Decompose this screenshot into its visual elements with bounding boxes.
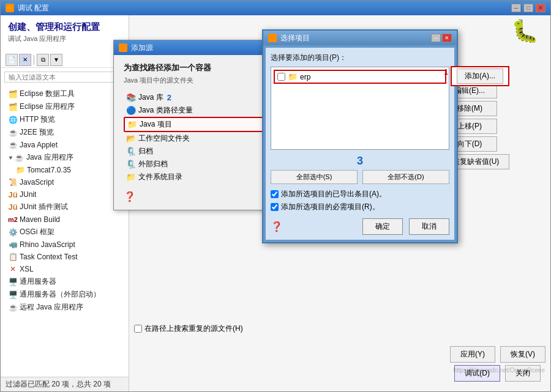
source-num-2: 2: [167, 93, 171, 102]
filter-input[interactable]: [4, 72, 125, 83]
java-lib-label: Java 库: [138, 92, 163, 103]
tree-item-j2ee[interactable]: ☕ J2EE 预览: [1, 126, 129, 139]
search-duplicate-check[interactable]: [134, 325, 142, 333]
select-dialog-body: 选择要添加的项目(P)： 📁 erp 3 全部选中(S) 全部不选(D) 添加所…: [266, 48, 454, 240]
search-duplicate-label: 在路径上搜索重复的源文件(H): [144, 324, 243, 334]
osgi-icon: ⚙️: [8, 227, 18, 237]
filter-button[interactable]: ▼: [50, 54, 62, 66]
tree-item-label: 通用服务器: [20, 276, 56, 287]
expand-arrow: ▼: [8, 155, 13, 161]
java-cp-icon: 🔵: [126, 106, 136, 115]
tree-item-task-context[interactable]: 📋 Task Context Test: [1, 251, 129, 263]
select-minimize-btn[interactable]: ─: [431, 34, 441, 42]
erp-folder-icon: 📁: [288, 72, 298, 81]
filesystem-dir-icon: 📁: [126, 172, 136, 182]
tree-item-label: JUnit: [20, 190, 36, 199]
tree-item-rhino[interactable]: 🦏 Rhino JavaScript: [1, 239, 129, 251]
tree-item-label: Tomcat7.0.35: [27, 166, 71, 174]
tree-item-label: HTTP 预览: [20, 114, 55, 125]
select-item-erp[interactable]: 📁 erp: [274, 70, 446, 84]
java-lib-icon: 📚: [126, 93, 136, 102]
eclipse-app-icon: 🗂️: [8, 102, 18, 112]
select-project-title-left: 选择项目: [268, 33, 310, 43]
tree-item-label: Task Context Test: [20, 253, 78, 261]
java-project-label: Java 项目: [140, 119, 172, 130]
tree-item-junit-plugin[interactable]: Jü JUnit 插件测试: [1, 201, 129, 213]
tree-item-eclipse-app[interactable]: 🗂️ Eclipse 应用程序: [1, 100, 129, 113]
delete-button[interactable]: ✕: [19, 54, 31, 66]
new-button[interactable]: 📄: [6, 54, 18, 66]
tree-item-maven[interactable]: m2 Maven Build: [1, 213, 129, 226]
confirm-button[interactable]: 确定: [362, 218, 403, 235]
toolbar: 📄 ✕ ⧉ ▼: [1, 52, 129, 68]
add-exported-label: 添加所选项目的已导出条目(A)。: [281, 189, 386, 199]
tree-item-general-server[interactable]: 🖥️ 通用服务器: [1, 275, 129, 288]
select-close-btn[interactable]: ✕: [442, 34, 452, 42]
select-dialog-controls: ─ ✕: [431, 34, 452, 42]
tree-item-label: XSL: [20, 265, 34, 273]
j2ee-icon: ☕: [8, 128, 18, 138]
tree-item-label: Java 应用程序: [26, 152, 73, 163]
tree-item-junit[interactable]: Jü JUnit: [1, 188, 129, 201]
select-all-button[interactable]: 全部选中(S): [271, 170, 358, 184]
duplicate-button[interactable]: ⧉: [37, 54, 49, 66]
app-icon: 🔶: [6, 4, 14, 12]
tree-item-java-app[interactable]: ▼ ☕ Java 应用程序: [1, 151, 129, 164]
toolbar-sep1: [34, 55, 34, 65]
tree-item-java-applet[interactable]: ☕ Java Applet: [1, 139, 129, 151]
tree-area: 🗂️ Eclipse 数据工具 🗂️ Eclipse 应用程序 🌐 HTTP 预…: [1, 86, 129, 377]
maximize-button[interactable]: □: [523, 4, 533, 12]
erp-label: erp: [300, 73, 310, 81]
general-server-ext-icon: 🖥️: [8, 290, 18, 300]
remote-java-icon: ☕: [8, 303, 18, 312]
tree-item-general-server-ext[interactable]: 🖥️ 通用服务器（外部启动）: [1, 288, 129, 301]
select-project-title-text: 选择项目: [280, 33, 310, 43]
cancel-button[interactable]: 取消: [409, 218, 449, 235]
restore-button[interactable]: 恢复(V): [500, 346, 545, 363]
add-necessary-row: 添加所选项目的必需项目(R)。: [271, 202, 449, 212]
add-source-title-text: 添加源: [131, 43, 153, 53]
num-label-1-area: 添加(A)...: [451, 66, 509, 86]
left-title: 创建、管理和运行配置: [8, 21, 121, 33]
apply-button[interactable]: 应用(Y): [450, 346, 495, 363]
javascript-icon: 📜: [8, 177, 18, 187]
workspace-folder-label: 工作空间文件夹: [138, 133, 190, 144]
tree-item-remote-java[interactable]: ☕ 远程 Java 应用程序: [1, 301, 129, 314]
tomcat-icon: 📁: [15, 165, 25, 175]
tree-item-tomcat[interactable]: 📁 Tomcat7.0.35: [1, 164, 129, 176]
tree-item-osgi[interactable]: ⚙️ OSGi 框架: [1, 226, 129, 239]
tree-item-http[interactable]: 🌐 HTTP 预览: [1, 113, 129, 126]
junit-plugin-icon: Jü: [8, 202, 18, 212]
add-action-button[interactable]: 添加(A)...: [457, 68, 503, 84]
archive-icon: 🗜️: [126, 147, 136, 156]
bottom-buttons: 应用(Y) 恢复(V): [134, 341, 545, 363]
status-text: 过滤器已匹配 20 项，总共 20 项: [6, 380, 111, 388]
close-button[interactable]: ✕: [536, 4, 545, 12]
tree-item-label: J2EE 预览: [20, 127, 54, 138]
select-project-icon: [268, 34, 277, 42]
dialog-title-left: 添加源: [119, 43, 153, 53]
select-btn-row: 全部选中(S) 全部不选(D): [271, 170, 449, 184]
minimize-button[interactable]: ─: [511, 4, 521, 12]
watermark: https://blog.csdn.net/OrangQceee: [453, 367, 545, 374]
num-badge-3: 3: [271, 155, 449, 168]
add-exported-check[interactable]: [271, 190, 279, 198]
tree-item-label: OSGi 框架: [20, 227, 54, 237]
title-bar-controls: ─ □ ✕: [511, 4, 545, 12]
task-context-icon: 📋: [8, 252, 18, 262]
erp-checkbox[interactable]: [277, 73, 285, 81]
tree-item-eclipse-data[interactable]: 🗂️ Eclipse 数据工具: [1, 87, 129, 100]
archive-label: 归档: [138, 146, 153, 157]
general-server-icon: 🖥️: [8, 277, 18, 287]
add-necessary-check[interactable]: [271, 203, 279, 211]
debug-buttons: 调试(D) 关闭: [134, 363, 545, 386]
confirm-buttons: 确定 取消: [362, 218, 449, 235]
workspace-folder-icon: 📂: [126, 134, 136, 143]
tree-item-javascript[interactable]: 📜 JavaScript: [1, 176, 129, 188]
deselect-all-button[interactable]: 全部不选(D): [362, 170, 449, 184]
tree-item-label: 远程 Java 应用程序: [20, 302, 83, 312]
bug-icon: 🐛: [511, 18, 539, 44]
filter-area: [1, 68, 129, 86]
tree-item-xsl[interactable]: ✕ XSL: [1, 263, 129, 275]
num-1-badge: 1: [444, 66, 448, 77]
